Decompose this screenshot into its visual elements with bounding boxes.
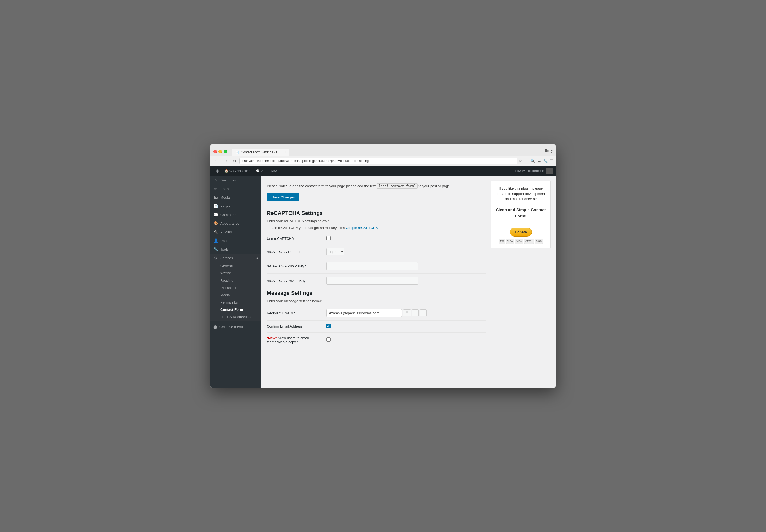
topbar-site-name[interactable]: 🏠 Cat Avalanche	[222, 169, 253, 173]
minimize-button[interactable]	[219, 150, 222, 153]
shortcode-tag: [cscf-contact-form]	[377, 183, 418, 189]
new-badge: *New*	[267, 336, 277, 340]
remove-email-button[interactable]: −	[420, 309, 426, 316]
reload-button[interactable]: ↻	[231, 158, 238, 164]
sidebar-sub-contact-form[interactable]: Contact Form	[210, 306, 261, 313]
topbar-comments[interactable]: 💬 0	[253, 169, 266, 173]
recaptcha-private-key-input[interactable]	[326, 277, 418, 285]
new-tab-button[interactable]: +	[290, 147, 296, 155]
payment-mc-icon: MC	[499, 239, 505, 244]
wp-main: Please Note: To add the contact form to …	[261, 176, 556, 388]
traffic-lights	[213, 150, 227, 153]
sidebar-item-appearance[interactable]: 🎨 Appearance	[210, 219, 261, 228]
wp-body: ⌂ Dashboard ✏ Posts 🖼 Media 📄 Pages 💬	[210, 176, 556, 388]
sidebar-item-media[interactable]: 🖼 Media	[210, 193, 261, 202]
payment-icons: MC VISA VISA AMEX DISC	[496, 239, 546, 244]
user-copy-checkbox[interactable]	[326, 337, 331, 342]
contact-form-label: Contact Form	[220, 308, 243, 312]
recaptcha-private-key-label: reCAPTCHA Private Key :	[267, 279, 326, 283]
user-copy-row: *New* Allow users to email themselves a …	[267, 332, 486, 347]
payment-visa2-icon: VISA	[515, 239, 523, 244]
plugin-name: Clean and Simple Contact Form!	[496, 207, 546, 218]
sidebar-sub-general[interactable]: General	[210, 262, 261, 270]
recaptcha-public-key-input[interactable]	[326, 262, 418, 270]
active-tab[interactable]: 📄 Contact Form Settings ‹ C… ×	[232, 149, 290, 156]
forward-button[interactable]: →	[222, 158, 230, 164]
sidebar-item-plugins[interactable]: 🔌 Plugins	[210, 228, 261, 236]
sidebar-item-users[interactable]: 👤 Users	[210, 236, 261, 245]
sidebar-collapse-button[interactable]: ⬤ Collapse menu	[210, 323, 261, 331]
address-bar[interactable]	[240, 158, 517, 164]
howdy-text: Howdy, eclairereese	[515, 169, 544, 173]
menu-icon[interactable]: ☰	[550, 159, 553, 163]
sidebar-sub-reading[interactable]: Reading	[210, 277, 261, 284]
tab-favicon: 📄	[236, 151, 239, 154]
email-list-button[interactable]: ☰	[403, 309, 411, 316]
sidebar-label-dashboard: Dashboard	[220, 178, 238, 182]
recipient-emails-control: ☰ + −	[326, 309, 486, 317]
sidebar-sub-permalinks[interactable]: Permalinks	[210, 299, 261, 306]
tools-icon[interactable]: 🔧	[543, 159, 547, 163]
recaptcha-public-key-control	[326, 262, 486, 270]
general-label: General	[220, 264, 233, 268]
sidebar-sub-writing[interactable]: Writing	[210, 270, 261, 277]
user-copy-control	[326, 337, 486, 343]
recaptcha-theme-select[interactable]: Light Dark	[326, 248, 344, 255]
reading-label: Reading	[220, 278, 233, 282]
sidebar-item-tools[interactable]: 🔧 Tools	[210, 245, 261, 254]
extensions-icon[interactable]: ⋯	[524, 159, 528, 163]
recaptcha-theme-label: reCAPTCHA Theme :	[267, 250, 326, 254]
use-recaptcha-checkbox[interactable]	[326, 236, 331, 240]
home-icon: 🏠	[224, 169, 229, 173]
permalinks-label: Permalinks	[220, 300, 238, 304]
wp-logo-icon[interactable]: ⊕	[213, 168, 222, 174]
sidebar-sub-discussion[interactable]: Discussion	[210, 284, 261, 291]
bookmark-icon[interactable]: ☆	[519, 159, 522, 163]
sidebar-item-dashboard[interactable]: ⌂ Dashboard	[210, 176, 261, 184]
sidebar-sub-https[interactable]: HTTPS Redirection	[210, 313, 261, 321]
discussion-label: Discussion	[220, 286, 237, 290]
user-avatar[interactable]	[546, 168, 553, 174]
maximize-button[interactable]	[224, 150, 227, 153]
notice-end-text: to your post or page.	[419, 184, 451, 188]
users-icon: 👤	[213, 238, 218, 243]
tab-close-button[interactable]: ×	[284, 151, 286, 154]
save-changes-button[interactable]: Save Changes	[267, 193, 300, 201]
toolbar-icons: ☆ ⋯ 🔍 ☁ 🔧 ☰	[519, 159, 553, 163]
cloud-icon[interactable]: ☁	[537, 159, 541, 163]
site-name-label: Cat Avalanche	[230, 169, 250, 173]
close-button[interactable]	[213, 150, 217, 153]
dashboard-icon: ⌂	[213, 178, 218, 182]
donate-button[interactable]: Donate	[510, 228, 532, 237]
recipient-email-input[interactable]	[326, 309, 402, 317]
sidebar-item-pages[interactable]: 📄 Pages	[210, 202, 261, 210]
sidebar-item-settings[interactable]: ⚙ Settings ◀	[210, 254, 261, 262]
confirm-email-label: Confirm Email Address :	[267, 324, 326, 328]
comments-nav-icon: 💬	[213, 213, 218, 217]
sidebar-sub-media[interactable]: Media	[210, 291, 261, 299]
email-input-wrapper: ☰ + −	[326, 309, 486, 317]
sidebar-item-posts[interactable]: ✏ Posts	[210, 184, 261, 193]
browser-titlebar: 📄 Contact Form Settings ‹ C… × + Emily	[210, 144, 556, 156]
comments-count: 0	[261, 169, 263, 173]
use-recaptcha-label: Use reCAPTCHA :	[267, 237, 326, 241]
back-button[interactable]: ←	[213, 158, 220, 164]
recaptcha-public-key-label: reCAPTCHA Public Key :	[267, 264, 326, 268]
collapse-icon: ⬤	[213, 325, 217, 329]
recaptcha-api-link[interactable]: Google reCAPTCHA	[346, 226, 378, 230]
settings-icon: ⚙	[213, 256, 218, 260]
sidebar-item-comments[interactable]: 💬 Comments	[210, 210, 261, 219]
topbar-new[interactable]: + New	[266, 169, 280, 173]
recaptcha-private-key-control	[326, 277, 486, 285]
confirm-email-checkbox[interactable]	[326, 324, 331, 328]
wp-admin: ⊕ 🏠 Cat Avalanche 💬 0 + New Howdy, eclai…	[210, 166, 556, 388]
recaptcha-title: ReCAPTCHA Settings	[267, 208, 486, 216]
https-label: HTTPS Redirection	[220, 315, 251, 319]
payment-amex-icon: AMEX	[524, 239, 534, 244]
recaptcha-desc1: Enter your reCAPTCHA settings below :	[267, 219, 486, 223]
confirm-email-row: Confirm Email Address :	[267, 320, 486, 332]
sidebar-label-pages: Pages	[220, 204, 230, 208]
sidebar-label-comments: Comments	[220, 213, 237, 217]
search-icon[interactable]: 🔍	[530, 159, 535, 163]
add-email-button[interactable]: +	[412, 309, 419, 316]
